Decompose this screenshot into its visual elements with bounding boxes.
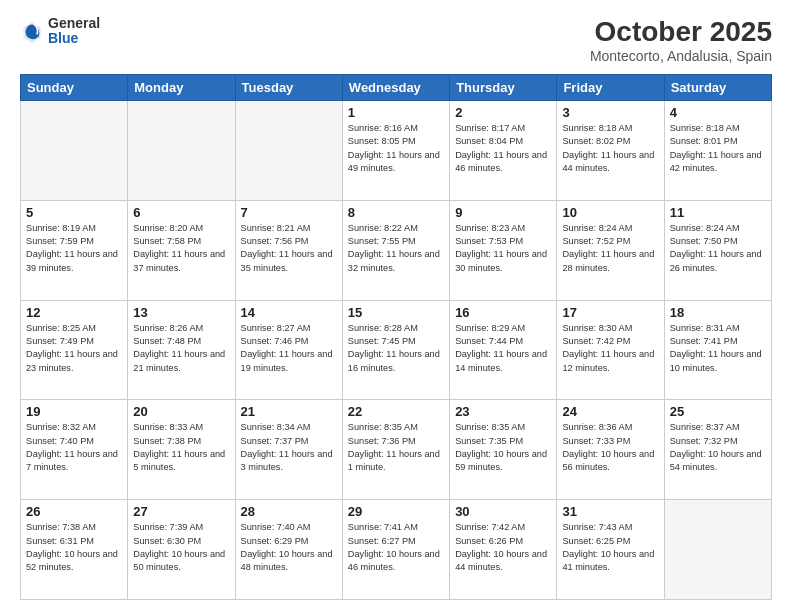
day-info: Sunrise: 8:26 AM Sunset: 7:48 PM Dayligh… <box>133 322 229 375</box>
calendar-cell: 22Sunrise: 8:35 AM Sunset: 7:36 PM Dayli… <box>342 400 449 500</box>
day-number: 8 <box>348 205 444 220</box>
day-info: Sunrise: 8:34 AM Sunset: 7:37 PM Dayligh… <box>241 421 337 474</box>
day-info: Sunrise: 8:24 AM Sunset: 7:52 PM Dayligh… <box>562 222 658 275</box>
calendar-cell: 9Sunrise: 8:23 AM Sunset: 7:53 PM Daylig… <box>450 200 557 300</box>
day-info: Sunrise: 8:32 AM Sunset: 7:40 PM Dayligh… <box>26 421 122 474</box>
day-number: 15 <box>348 305 444 320</box>
day-info: Sunrise: 8:35 AM Sunset: 7:36 PM Dayligh… <box>348 421 444 474</box>
day-number: 13 <box>133 305 229 320</box>
day-info: Sunrise: 8:23 AM Sunset: 7:53 PM Dayligh… <box>455 222 551 275</box>
calendar-cell: 15Sunrise: 8:28 AM Sunset: 7:45 PM Dayli… <box>342 300 449 400</box>
calendar-cell: 8Sunrise: 8:22 AM Sunset: 7:55 PM Daylig… <box>342 200 449 300</box>
header-row: SundayMondayTuesdayWednesdayThursdayFrid… <box>21 75 772 101</box>
calendar-cell: 30Sunrise: 7:42 AM Sunset: 6:26 PM Dayli… <box>450 500 557 600</box>
calendar-cell: 18Sunrise: 8:31 AM Sunset: 7:41 PM Dayli… <box>664 300 771 400</box>
day-info: Sunrise: 8:29 AM Sunset: 7:44 PM Dayligh… <box>455 322 551 375</box>
day-info: Sunrise: 8:35 AM Sunset: 7:35 PM Dayligh… <box>455 421 551 474</box>
calendar-cell: 2Sunrise: 8:17 AM Sunset: 8:04 PM Daylig… <box>450 101 557 201</box>
day-number: 31 <box>562 504 658 519</box>
calendar-cell: 23Sunrise: 8:35 AM Sunset: 7:35 PM Dayli… <box>450 400 557 500</box>
day-number: 16 <box>455 305 551 320</box>
day-header-friday: Friday <box>557 75 664 101</box>
day-number: 7 <box>241 205 337 220</box>
calendar-cell: 21Sunrise: 8:34 AM Sunset: 7:37 PM Dayli… <box>235 400 342 500</box>
calendar-cell: 17Sunrise: 8:30 AM Sunset: 7:42 PM Dayli… <box>557 300 664 400</box>
day-info: Sunrise: 8:20 AM Sunset: 7:58 PM Dayligh… <box>133 222 229 275</box>
day-number: 2 <box>455 105 551 120</box>
logo-icon <box>20 19 44 43</box>
week-row-4: 19Sunrise: 8:32 AM Sunset: 7:40 PM Dayli… <box>21 400 772 500</box>
logo-general: General <box>48 16 100 31</box>
day-number: 4 <box>670 105 766 120</box>
calendar-table: SundayMondayTuesdayWednesdayThursdayFrid… <box>20 74 772 600</box>
logo-blue: Blue <box>48 31 100 46</box>
calendar-cell: 7Sunrise: 8:21 AM Sunset: 7:56 PM Daylig… <box>235 200 342 300</box>
logo-text: General Blue <box>48 16 100 47</box>
calendar-cell: 29Sunrise: 7:41 AM Sunset: 6:27 PM Dayli… <box>342 500 449 600</box>
day-number: 26 <box>26 504 122 519</box>
calendar-cell: 20Sunrise: 8:33 AM Sunset: 7:38 PM Dayli… <box>128 400 235 500</box>
day-info: Sunrise: 8:21 AM Sunset: 7:56 PM Dayligh… <box>241 222 337 275</box>
calendar-cell <box>21 101 128 201</box>
day-number: 19 <box>26 404 122 419</box>
calendar-cell: 24Sunrise: 8:36 AM Sunset: 7:33 PM Dayli… <box>557 400 664 500</box>
day-header-sunday: Sunday <box>21 75 128 101</box>
day-header-thursday: Thursday <box>450 75 557 101</box>
day-info: Sunrise: 7:39 AM Sunset: 6:30 PM Dayligh… <box>133 521 229 574</box>
day-info: Sunrise: 8:37 AM Sunset: 7:32 PM Dayligh… <box>670 421 766 474</box>
calendar-cell: 4Sunrise: 8:18 AM Sunset: 8:01 PM Daylig… <box>664 101 771 201</box>
day-number: 12 <box>26 305 122 320</box>
day-info: Sunrise: 8:19 AM Sunset: 7:59 PM Dayligh… <box>26 222 122 275</box>
week-row-1: 1Sunrise: 8:16 AM Sunset: 8:05 PM Daylig… <box>21 101 772 201</box>
day-info: Sunrise: 8:28 AM Sunset: 7:45 PM Dayligh… <box>348 322 444 375</box>
day-info: Sunrise: 7:43 AM Sunset: 6:25 PM Dayligh… <box>562 521 658 574</box>
day-info: Sunrise: 8:16 AM Sunset: 8:05 PM Dayligh… <box>348 122 444 175</box>
day-header-monday: Monday <box>128 75 235 101</box>
day-info: Sunrise: 8:24 AM Sunset: 7:50 PM Dayligh… <box>670 222 766 275</box>
week-row-3: 12Sunrise: 8:25 AM Sunset: 7:49 PM Dayli… <box>21 300 772 400</box>
day-number: 23 <box>455 404 551 419</box>
day-number: 6 <box>133 205 229 220</box>
day-number: 14 <box>241 305 337 320</box>
calendar-cell: 31Sunrise: 7:43 AM Sunset: 6:25 PM Dayli… <box>557 500 664 600</box>
calendar-cell <box>235 101 342 201</box>
day-number: 20 <box>133 404 229 419</box>
day-number: 18 <box>670 305 766 320</box>
day-number: 27 <box>133 504 229 519</box>
page: General Blue October 2025 Montecorto, An… <box>0 0 792 612</box>
calendar-cell: 25Sunrise: 8:37 AM Sunset: 7:32 PM Dayli… <box>664 400 771 500</box>
day-header-tuesday: Tuesday <box>235 75 342 101</box>
day-info: Sunrise: 8:18 AM Sunset: 8:01 PM Dayligh… <box>670 122 766 175</box>
day-number: 1 <box>348 105 444 120</box>
calendar-cell <box>664 500 771 600</box>
day-number: 10 <box>562 205 658 220</box>
calendar-cell: 1Sunrise: 8:16 AM Sunset: 8:05 PM Daylig… <box>342 101 449 201</box>
calendar-cell: 3Sunrise: 8:18 AM Sunset: 8:02 PM Daylig… <box>557 101 664 201</box>
day-number: 22 <box>348 404 444 419</box>
day-number: 9 <box>455 205 551 220</box>
day-number: 24 <box>562 404 658 419</box>
day-number: 25 <box>670 404 766 419</box>
day-info: Sunrise: 8:22 AM Sunset: 7:55 PM Dayligh… <box>348 222 444 275</box>
day-header-wednesday: Wednesday <box>342 75 449 101</box>
day-info: Sunrise: 7:42 AM Sunset: 6:26 PM Dayligh… <box>455 521 551 574</box>
calendar-cell: 19Sunrise: 8:32 AM Sunset: 7:40 PM Dayli… <box>21 400 128 500</box>
calendar-subtitle: Montecorto, Andalusia, Spain <box>590 48 772 64</box>
day-info: Sunrise: 8:31 AM Sunset: 7:41 PM Dayligh… <box>670 322 766 375</box>
calendar-cell: 13Sunrise: 8:26 AM Sunset: 7:48 PM Dayli… <box>128 300 235 400</box>
day-info: Sunrise: 8:30 AM Sunset: 7:42 PM Dayligh… <box>562 322 658 375</box>
calendar-cell: 14Sunrise: 8:27 AM Sunset: 7:46 PM Dayli… <box>235 300 342 400</box>
calendar-cell: 26Sunrise: 7:38 AM Sunset: 6:31 PM Dayli… <box>21 500 128 600</box>
week-row-5: 26Sunrise: 7:38 AM Sunset: 6:31 PM Dayli… <box>21 500 772 600</box>
day-info: Sunrise: 8:36 AM Sunset: 7:33 PM Dayligh… <box>562 421 658 474</box>
header: General Blue October 2025 Montecorto, An… <box>20 16 772 64</box>
calendar-cell: 16Sunrise: 8:29 AM Sunset: 7:44 PM Dayli… <box>450 300 557 400</box>
day-info: Sunrise: 8:18 AM Sunset: 8:02 PM Dayligh… <box>562 122 658 175</box>
day-number: 21 <box>241 404 337 419</box>
calendar-cell: 12Sunrise: 8:25 AM Sunset: 7:49 PM Dayli… <box>21 300 128 400</box>
day-info: Sunrise: 7:40 AM Sunset: 6:29 PM Dayligh… <box>241 521 337 574</box>
week-row-2: 5Sunrise: 8:19 AM Sunset: 7:59 PM Daylig… <box>21 200 772 300</box>
day-info: Sunrise: 8:33 AM Sunset: 7:38 PM Dayligh… <box>133 421 229 474</box>
day-number: 5 <box>26 205 122 220</box>
day-header-saturday: Saturday <box>664 75 771 101</box>
